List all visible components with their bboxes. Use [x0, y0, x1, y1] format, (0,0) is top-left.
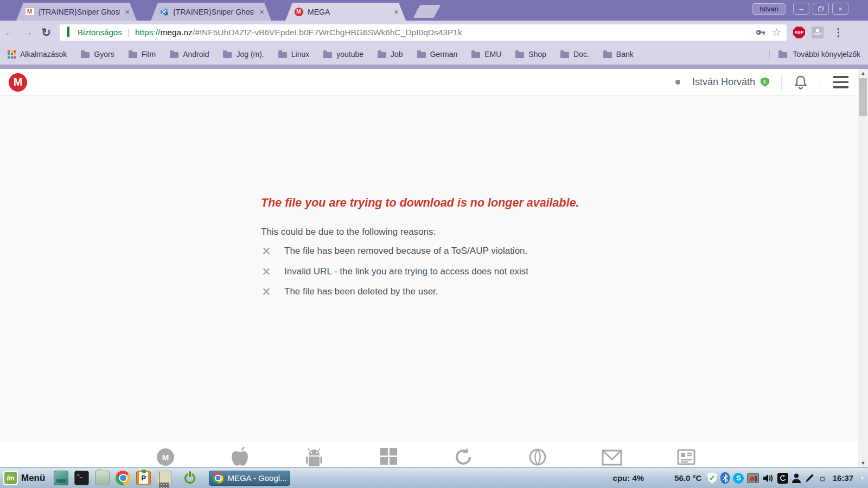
bookmark-folder-job[interactable]: Job: [378, 50, 403, 59]
volume-icon[interactable]: [762, 473, 774, 484]
mega-footer-icon[interactable]: M: [155, 445, 176, 467]
close-window-button[interactable]: ×: [832, 3, 848, 15]
reason-row: × Invalid URL - the link you are trying …: [261, 266, 528, 277]
browser-toolbar: ← → ↻ Biztonságos | https://mega.nz/#!NF…: [0, 21, 868, 44]
bookmark-folder-german[interactable]: German: [417, 50, 458, 59]
profile-badge[interactable]: Istvan: [752, 3, 786, 15]
update-shield-icon[interactable]: ✓: [707, 472, 717, 484]
user-applet-icon[interactable]: [792, 473, 801, 484]
apps-grid-icon: [8, 50, 16, 59]
folder-icon: [170, 52, 178, 58]
plan-badge: F: [761, 78, 769, 87]
bookmark-folder-jog[interactable]: Jog (m).: [223, 50, 264, 59]
bookmark-folder-bank[interactable]: Bank: [603, 50, 634, 59]
bookmark-folder-doc[interactable]: Doc.: [560, 50, 589, 59]
minimize-button[interactable]: –: [793, 3, 809, 15]
url-text[interactable]: https://mega.nz/#!NF5UhD4Z!Z-vB6VEpdeLb0…: [135, 28, 751, 37]
restore-button[interactable]: [813, 3, 829, 15]
bookmark-star-icon[interactable]: ☆: [772, 27, 781, 37]
temperature-indicator[interactable]: 56.0 °C: [674, 473, 701, 483]
close-tab-icon[interactable]: ×: [123, 7, 131, 16]
reload-icon[interactable]: ↻: [37, 26, 55, 39]
mail-icon[interactable]: [601, 445, 623, 467]
menu-hamburger-icon[interactable]: [832, 74, 850, 91]
sync-icon[interactable]: [452, 445, 474, 467]
chrome-icon[interactable]: [116, 471, 130, 485]
windows-icon[interactable]: [378, 445, 399, 467]
bookmark-folder-shop[interactable]: Shop: [515, 50, 546, 59]
mega-footer: M: [0, 441, 868, 467]
calculator-icon[interactable]: [157, 471, 171, 485]
security-label[interactable]: Biztonságos: [78, 28, 122, 37]
back-icon[interactable]: ←: [0, 26, 18, 38]
file-manager-icon[interactable]: [95, 471, 110, 485]
url-path: /#!NF5UhD4Z!Z-vB6VEpdeLb0E7WrChgHBG6SWk6…: [193, 28, 462, 37]
android-icon[interactable]: [303, 445, 325, 467]
forum-icon: [159, 7, 169, 16]
bookmark-folder-android[interactable]: Android: [170, 50, 209, 59]
panel-arrow-icon[interactable]: ▼: [860, 476, 865, 481]
system-tray: ✓ S ☼: [707, 472, 827, 484]
chrome-icon: [213, 473, 224, 484]
mega-content: The file you are trying to download is n…: [0, 97, 868, 441]
user-name[interactable]: István Horváth: [692, 76, 755, 88]
terminal-icon[interactable]: >_: [74, 471, 89, 485]
adblock-plus-icon[interactable]: ABP: [793, 27, 805, 38]
bookmark-folder-gyors[interactable]: Gyors: [81, 50, 114, 59]
tab-title: MEGA: [308, 8, 389, 16]
folder-icon: [378, 52, 386, 58]
power-icon[interactable]: [182, 471, 198, 485]
scrollbar-thumb[interactable]: [859, 78, 867, 116]
text-editor-icon[interactable]: P: [136, 471, 151, 485]
bookmark-folder-emu[interactable]: EMU: [471, 50, 501, 59]
touchpad-icon[interactable]: [777, 473, 788, 484]
password-key-icon[interactable]: [756, 29, 765, 36]
cpu-indicator[interactable]: cpu: 4%: [613, 473, 644, 483]
folder-icon: [129, 52, 137, 58]
blog-icon[interactable]: [675, 445, 697, 467]
scrollbar[interactable]: ▲ ▼: [858, 69, 868, 467]
bluetooth-icon[interactable]: [720, 472, 730, 484]
scroll-up-icon[interactable]: ▲: [858, 69, 868, 78]
tab-mega[interactable]: M MEGA ×: [285, 3, 406, 21]
forward-icon[interactable]: →: [18, 26, 37, 38]
bookmark-apps[interactable]: Alkalmazások: [8, 50, 67, 59]
brightness-icon[interactable]: ☼: [818, 473, 827, 483]
tab-trainer-1[interactable]: M {TRAINER}Sniper Ghost ×: [16, 3, 137, 21]
mint-menu-button[interactable]: lm Menü: [3, 471, 45, 485]
chrome-menu-icon[interactable]: ⋮: [833, 26, 844, 38]
device-tray-icon[interactable]: [747, 473, 759, 483]
folder-icon: [223, 52, 232, 58]
folder-icon: [778, 52, 787, 58]
taskbar-window-button[interactable]: MEGA - Googl...: [209, 471, 290, 486]
bookmark-folder-linux[interactable]: Linux: [278, 50, 309, 59]
mega-logo[interactable]: M: [9, 73, 27, 92]
browser-titlebar: M {TRAINER}Sniper Ghost × {TRAINER}Snipe…: [0, 0, 868, 21]
reason-text: Invalid URL - the link you are trying to…: [284, 266, 528, 277]
x-mark-icon: ×: [261, 266, 272, 277]
close-tab-icon[interactable]: ×: [258, 7, 266, 16]
kh-bank-extension-icon[interactable]: K&H: [812, 27, 824, 38]
reason-text: The file has been deleted by the user.: [284, 286, 438, 297]
tab-trainer-2[interactable]: {TRAINER}Sniper Ghost ×: [151, 3, 271, 21]
show-desktop-icon[interactable]: [54, 471, 68, 485]
address-bar[interactable]: Biztonságos | https://mega.nz/#!NF5UhD4Z…: [60, 24, 787, 41]
folder-icon: [515, 52, 524, 58]
bookmark-folder-youtube[interactable]: youtube: [323, 50, 363, 59]
scroll-down-icon[interactable]: ▼: [858, 459, 868, 467]
gmail-icon: M: [25, 7, 34, 16]
clock[interactable]: 16:37: [833, 473, 853, 483]
tab-title: {TRAINER}Sniper Ghost: [39, 8, 120, 16]
other-bookmarks[interactable]: További könyvjelzők: [769, 50, 860, 59]
reasons-intro: This could be due to the following reaso…: [261, 227, 436, 237]
reason-row: × The file has been removed because of a…: [261, 246, 527, 256]
folder-icon: [81, 52, 90, 58]
close-tab-icon[interactable]: ×: [392, 7, 400, 16]
bookmark-folder-film[interactable]: Film: [129, 50, 156, 59]
globe-icon[interactable]: [527, 445, 548, 467]
notifications-bell-icon[interactable]: [794, 75, 808, 90]
tablet-pen-icon[interactable]: [805, 473, 814, 484]
skype-icon[interactable]: S: [733, 473, 744, 484]
apple-icon[interactable]: [229, 445, 251, 467]
new-tab-button[interactable]: [413, 5, 441, 18]
